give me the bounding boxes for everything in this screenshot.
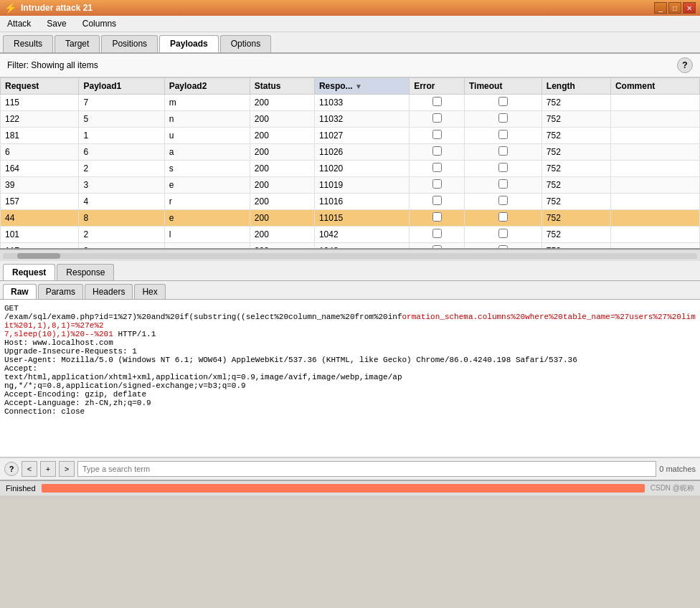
table-row[interactable]: 39 3 e 200 11019 752 — [1, 177, 700, 194]
horizontal-scrollbar[interactable] — [0, 250, 700, 261]
cell-p2: u — [164, 128, 250, 144]
cell-req: 117 — [1, 243, 79, 250]
tab-payloads[interactable]: Payloads — [159, 35, 219, 52]
cell-error — [410, 111, 465, 128]
cell-p1: 7 — [79, 95, 164, 111]
window-title: Intruder attack 21 — [21, 3, 650, 13]
col-length[interactable]: Length — [541, 78, 610, 95]
tab-results[interactable]: Results — [3, 35, 53, 52]
cell-p1: 3 — [79, 177, 164, 194]
table-row[interactable]: 101 2 l 200 1042 752 — [1, 227, 700, 243]
table-row[interactable]: 122 5 n 200 11032 752 — [1, 111, 700, 128]
close-button[interactable]: ✕ — [683, 2, 696, 14]
cell-p2: l — [164, 227, 250, 243]
cell-status: 200 — [250, 95, 314, 111]
sub-tab-response[interactable]: Response — [57, 264, 114, 280]
table-row[interactable]: 6 6 a 200 11026 752 — [1, 144, 700, 161]
cell-p2: s — [164, 161, 250, 177]
cell-resp: 11016 — [314, 194, 409, 210]
inner-tabs: Raw Params Headers Hex — [0, 281, 700, 300]
menu-save[interactable]: Save — [42, 17, 70, 30]
cell-resp: 1042 — [314, 243, 409, 250]
table-row[interactable]: 117 9 m 200 1042 752 — [1, 243, 700, 250]
cell-status: 200 — [250, 210, 314, 227]
cell-timeout — [464, 194, 541, 210]
inner-tab-params[interactable]: Params — [38, 284, 83, 299]
cell-resp: 11015 — [314, 210, 409, 227]
col-payload2[interactable]: Payload2 — [164, 78, 250, 95]
filter-help-button[interactable]: ? — [677, 57, 693, 73]
cell-length: 752 — [541, 227, 610, 243]
cell-status: 200 — [250, 194, 314, 210]
maximize-button[interactable]: □ — [668, 2, 681, 14]
menu-bar: Attack Save Columns — [0, 16, 700, 32]
col-error[interactable]: Error — [410, 78, 465, 95]
col-status[interactable]: Status — [250, 78, 314, 95]
table-row[interactable]: 44 8 e 200 11015 752 — [1, 210, 700, 227]
results-table: Request Payload1 Payload2 Status Respo..… — [0, 77, 700, 250]
cell-timeout — [464, 243, 541, 250]
sub-tab-request[interactable]: Request — [3, 264, 55, 280]
cell-length: 752 — [541, 95, 610, 111]
menu-columns[interactable]: Columns — [78, 17, 120, 30]
search-add-button[interactable]: + — [40, 461, 56, 477]
table-row[interactable]: 115 7 m 200 11033 752 — [1, 95, 700, 111]
col-timeout[interactable]: Timeout — [464, 78, 541, 95]
cell-length: 752 — [541, 210, 610, 227]
search-matches: 0 matches — [659, 465, 696, 473]
watermark: CSDN @昵称 — [651, 483, 694, 493]
cell-req: 122 — [1, 111, 79, 128]
col-response[interactable]: Respo... ▼ — [314, 78, 409, 95]
cell-error — [410, 194, 465, 210]
cell-timeout — [464, 95, 541, 111]
cell-error — [410, 227, 465, 243]
cell-p2: e — [164, 177, 250, 194]
search-help-button[interactable]: ? — [4, 462, 19, 476]
lower-panel: Request Response Raw Params Headers Hex … — [0, 261, 700, 457]
cell-error — [410, 243, 465, 250]
table-row[interactable]: 181 1 u 200 11027 752 — [1, 128, 700, 144]
col-comment[interactable]: Comment — [610, 78, 699, 95]
menu-attack[interactable]: Attack — [3, 17, 35, 30]
col-payload1[interactable]: Payload1 — [79, 78, 164, 95]
inner-tab-raw[interactable]: Raw — [3, 284, 37, 299]
cell-timeout — [464, 177, 541, 194]
cell-error — [410, 95, 465, 111]
cell-p1: 6 — [79, 144, 164, 161]
cell-req: 39 — [1, 177, 79, 194]
scrollbar-track — [3, 253, 697, 259]
inner-tab-hex[interactable]: Hex — [134, 284, 165, 299]
table-row[interactable]: 164 2 s 200 11020 752 — [1, 161, 700, 177]
cell-req: 115 — [1, 95, 79, 111]
cell-length: 752 — [541, 111, 610, 128]
cell-p1: 9 — [79, 243, 164, 250]
cell-timeout — [464, 227, 541, 243]
cell-p1: 8 — [79, 210, 164, 227]
app-icon: ⚡ — [4, 2, 16, 14]
cell-req: 164 — [1, 161, 79, 177]
search-prev-button[interactable]: < — [22, 461, 37, 477]
col-request[interactable]: Request — [1, 78, 79, 95]
minimize-button[interactable]: _ — [654, 2, 667, 14]
cell-status: 200 — [250, 177, 314, 194]
search-input[interactable] — [77, 461, 656, 477]
cell-comment — [610, 243, 699, 250]
cell-status: 200 — [250, 161, 314, 177]
cell-req: 101 — [1, 227, 79, 243]
tab-options[interactable]: Options — [220, 35, 271, 52]
cell-timeout — [464, 128, 541, 144]
cell-comment — [610, 144, 699, 161]
results-table-container[interactable]: Request Payload1 Payload2 Status Respo..… — [0, 77, 700, 250]
tab-target[interactable]: Target — [55, 35, 100, 52]
search-next-button[interactable]: > — [59, 461, 75, 477]
cell-comment — [610, 210, 699, 227]
inner-tab-headers[interactable]: Headers — [85, 284, 133, 299]
status-bar: Finished CSDN @昵称 — [0, 480, 700, 495]
tab-positions[interactable]: Positions — [101, 35, 158, 52]
cell-req: 44 — [1, 210, 79, 227]
cell-status: 200 — [250, 243, 314, 250]
scrollbar-thumb[interactable] — [17, 253, 60, 259]
cell-p1: 5 — [79, 111, 164, 128]
table-row[interactable]: 157 4 r 200 11016 752 — [1, 194, 700, 210]
cell-timeout — [464, 111, 541, 128]
